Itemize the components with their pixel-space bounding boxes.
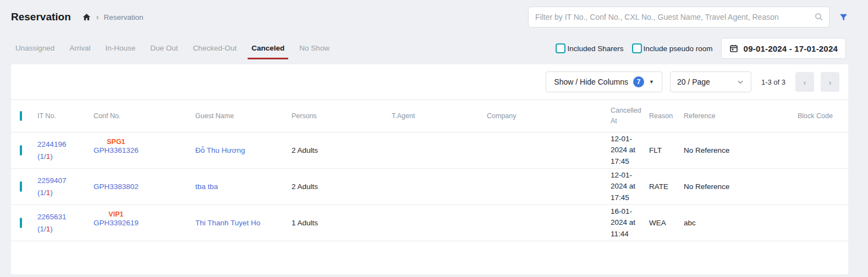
guest-name-link[interactable]: Thi Thanh Tuyet Ho: [195, 219, 260, 227]
header-reference: Reference: [684, 112, 798, 120]
tab-checked-out[interactable]: Checked-Out: [193, 43, 237, 54]
prev-page-button[interactable]: ‹: [795, 72, 814, 92]
status-tabs: Unassigned Arrival In-House Due Out Chec…: [15, 43, 329, 54]
next-page-button[interactable]: ›: [821, 72, 839, 92]
reason-value: FLT: [649, 146, 684, 154]
date-range-value: 09-01-2024 - 17-01-2024: [744, 44, 838, 53]
breadcrumb-chevron-icon: ›: [96, 13, 99, 21]
show-hide-columns-label: Show / Hide Columns: [554, 77, 628, 86]
persons-value: 1 Adults: [292, 219, 392, 227]
table-header-row: IT No. Conf No. Guest Name Persons T.Age…: [11, 99, 848, 132]
persons-value: 2 Adults: [292, 146, 392, 154]
filter-funnel-icon[interactable]: [839, 13, 848, 22]
header-company: Company: [487, 112, 611, 120]
breadcrumb-current: Reservation: [103, 13, 143, 21]
it-no-link[interactable]: 2259407: [37, 176, 67, 185]
reference-value: No Reference: [684, 146, 798, 154]
results-range: 1-3 of 3: [761, 78, 785, 86]
it-no-link[interactable]: 2244196: [37, 140, 67, 148]
home-icon[interactable]: [82, 13, 91, 21]
table-row: 2244196 (1/1) SPG1 GPH3361326 Đỗ Thu Hươ…: [11, 132, 848, 169]
page-size-value: 20 / Page: [677, 77, 710, 86]
header-t-agent: T.Agent: [392, 112, 487, 120]
guest-name-link[interactable]: tba tba: [195, 182, 218, 191]
header-persons: Persons: [292, 112, 392, 120]
header-cancelled-at: Cancelled At: [611, 106, 649, 126]
tab-due-out[interactable]: Due Out: [150, 43, 178, 54]
reservation-list-panel: Show / Hide Columns 7 ▼ 20 / Page 1-3 of…: [11, 64, 848, 274]
cancelled-at-value: 12-01-2024 at 17:45: [611, 170, 649, 203]
top-bar: Reservation › Reservation: [0, 0, 868, 30]
tabs-row: Unassigned Arrival In-House Due Out Chec…: [0, 37, 868, 60]
conf-no-link[interactable]: GPH3361326: [94, 146, 139, 154]
row-checkbox[interactable]: [20, 218, 22, 228]
row-checkbox[interactable]: [20, 145, 22, 156]
table-row: 2265631 (1/1) VIP1 GPH3392619 Thi Thanh …: [11, 205, 848, 241]
reason-value: WEA: [649, 219, 684, 227]
page-title: Reservation: [11, 11, 71, 23]
conf-tag: VIP1: [108, 210, 123, 218]
conf-no-link[interactable]: GPH3392619: [94, 219, 139, 227]
it-no-link[interactable]: 2265631: [37, 213, 67, 221]
page-size-select[interactable]: 20 / Page: [670, 71, 751, 92]
included-sharers-checkbox-group[interactable]: Included Sharers: [556, 43, 623, 53]
header-it-no: IT No.: [37, 112, 94, 120]
conf-tag: SPG1: [107, 138, 125, 146]
include-pseudo-room-checkbox[interactable]: [632, 43, 642, 53]
tab-arrival[interactable]: Arrival: [69, 43, 90, 54]
conf-no-link[interactable]: GPH3383802: [94, 182, 139, 191]
reason-value: RATE: [649, 182, 684, 191]
header-conf-no: Conf No.: [94, 112, 195, 120]
pax-count: (1/1): [37, 189, 53, 197]
caret-down-icon: ▼: [649, 79, 654, 85]
cancelled-at-value: 16-01-2024 at 11:44: [611, 206, 649, 240]
persons-value: 2 Adults: [292, 182, 392, 191]
calendar-icon: [729, 44, 738, 53]
reference-value: No Reference: [684, 182, 798, 191]
cancelled-at-value: 12-01-2024 at 17:45: [611, 134, 649, 167]
tab-canceled[interactable]: Canceled: [251, 43, 284, 54]
table-toolbar: Show / Hide Columns 7 ▼ 20 / Page 1-3 of…: [11, 64, 848, 99]
row-checkbox[interactable]: [20, 181, 22, 192]
include-pseudo-room-checkbox-group[interactable]: Include pseudo room: [632, 43, 713, 53]
pax-count: (1/1): [37, 225, 53, 233]
tab-unassigned[interactable]: Unassigned: [15, 43, 54, 54]
columns-count-badge: 7: [633, 76, 644, 87]
tab-in-house[interactable]: In-House: [106, 43, 136, 54]
reference-value: abc: [684, 219, 798, 227]
pagination: ‹ ›: [795, 72, 839, 92]
select-all-checkbox[interactable]: [20, 111, 22, 121]
header-block-code: Block Code: [798, 112, 848, 120]
breadcrumb: › Reservation: [82, 13, 144, 21]
header-reason: Reason: [649, 112, 684, 120]
search-icon: [814, 12, 823, 24]
date-range-picker[interactable]: 09-01-2024 - 17-01-2024: [721, 38, 846, 59]
included-sharers-label: Included Sharers: [567, 45, 623, 53]
tab-no-show[interactable]: No Show: [299, 43, 329, 54]
chevron-down-icon: [737, 78, 744, 86]
pax-count: (1/1): [37, 152, 53, 160]
included-sharers-checkbox[interactable]: [556, 43, 565, 53]
include-pseudo-room-label: Include pseudo room: [644, 45, 713, 53]
search-input[interactable]: [528, 7, 829, 27]
guest-name-link[interactable]: Đỗ Thu Hương: [195, 146, 245, 154]
table-row: 2259407 (1/1) GPH3383802 tba tba 2 Adult…: [11, 169, 848, 205]
header-guest-name: Guest Name: [195, 112, 292, 120]
show-hide-columns-button[interactable]: Show / Hide Columns 7 ▼: [546, 71, 662, 92]
